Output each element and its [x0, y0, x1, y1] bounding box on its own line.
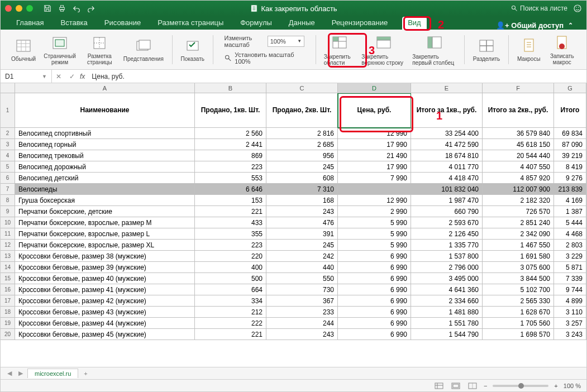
cell[interactable]: 5 990	[338, 228, 411, 240]
cell[interactable]: 4 418 470	[411, 173, 483, 184]
cell[interactable]: 367	[266, 295, 338, 307]
cell[interactable]: Кроссовки беговые, размер 45 (мужские)	[15, 329, 195, 340]
fx-icon[interactable]: fx	[80, 73, 85, 80]
cell[interactable]: 243	[266, 206, 338, 217]
cell[interactable]: 213 839	[554, 184, 586, 195]
name-box[interactable]: D1▼	[1, 70, 52, 83]
cell[interactable]: 6 990	[338, 307, 411, 318]
cell[interactable]: 956	[266, 150, 338, 161]
cell[interactable]: 221	[195, 206, 266, 217]
cell[interactable]: 2 334 660	[411, 295, 483, 307]
share-button[interactable]: 👤+ Общий доступ	[496, 21, 564, 30]
cell[interactable]: Кроссовки беговые, размер 40 (мужские)	[15, 273, 195, 284]
cell[interactable]: 45 618 150	[483, 139, 554, 150]
cell[interactable]: 3 243	[554, 329, 586, 340]
add-sheet-button[interactable]: +	[80, 369, 90, 379]
cell[interactable]: 2 796 000	[411, 262, 483, 273]
freeze-panes-button[interactable]: Закрепить области	[322, 32, 357, 67]
cell[interactable]: 5 990	[338, 240, 411, 251]
row-header[interactable]: 18	[1, 307, 15, 318]
cell[interactable]: 39 219	[554, 150, 586, 161]
zoom-select[interactable]: 100%▼	[268, 36, 305, 47]
tab-insert[interactable]: Вставка	[58, 17, 89, 30]
cell[interactable]: 3 229	[554, 251, 586, 262]
row-header[interactable]: 20	[1, 329, 15, 340]
row-header[interactable]: 4	[1, 150, 15, 161]
collapse-ribbon-button[interactable]: ⌃	[568, 22, 573, 29]
cell[interactable]: Итого за 2кв., руб.	[483, 93, 554, 128]
row-header[interactable]: 11	[1, 228, 15, 240]
cell[interactable]: 3 844 500	[483, 273, 554, 284]
cell[interactable]: 664	[195, 284, 266, 295]
cell[interactable]: Итого	[554, 93, 586, 128]
page-layout-view-icon[interactable]	[450, 381, 461, 390]
cell[interactable]: Кроссовки беговые, размер 43 (мужские)	[15, 307, 195, 318]
cell[interactable]: Перчатки боксерские, детские	[15, 206, 195, 217]
cell[interactable]: 2 560	[195, 128, 266, 139]
cell[interactable]: 245	[266, 161, 338, 173]
row-header[interactable]: 16	[1, 284, 15, 295]
tab-review[interactable]: Рецензирование	[330, 17, 390, 30]
cell[interactable]: 433	[195, 217, 266, 228]
cell[interactable]: 4 011 770	[411, 161, 483, 173]
sheet-nav-next[interactable]: ▶	[16, 370, 25, 377]
formula-input[interactable]: Цена, руб.	[88, 73, 124, 80]
save-button[interactable]	[43, 4, 52, 13]
smiley-icon[interactable]	[573, 4, 582, 13]
cell[interactable]: 2 182 320	[483, 195, 554, 206]
cell[interactable]: 6 990	[338, 284, 411, 295]
cell[interactable]: 112 007 900	[483, 184, 554, 195]
cell[interactable]: 6 646	[195, 184, 266, 195]
cell[interactable]: Велосипед трековый	[15, 150, 195, 161]
page-break-view-icon[interactable]	[467, 381, 478, 390]
show-dropdown[interactable]: Показать	[178, 37, 207, 62]
cell[interactable]: 1 537 800	[411, 251, 483, 262]
view-page-break-button[interactable]: Разметка страницы	[81, 34, 118, 65]
cell[interactable]: 3 110	[554, 307, 586, 318]
cell-d1[interactable]: Цена, руб.	[338, 93, 411, 128]
zoom-100-button[interactable]: Установить масштаб 100%	[225, 51, 305, 65]
row-header[interactable]: 3	[1, 139, 15, 150]
row-header[interactable]: 6	[1, 173, 15, 184]
cell[interactable]: 1 628 670	[483, 307, 554, 318]
cell[interactable]: 3 075 600	[483, 262, 554, 273]
cell[interactable]: 5 990	[338, 217, 411, 228]
cell[interactable]: Велосипед детский	[15, 173, 195, 184]
redo-button[interactable]	[87, 4, 96, 13]
cancel-formula-button[interactable]: ✕	[52, 73, 65, 80]
cell[interactable]: Велосипед спортивный	[15, 128, 195, 139]
cell[interactable]: 168	[266, 195, 338, 206]
cell[interactable]: 660 790	[411, 206, 483, 217]
cell[interactable]: 6 990	[338, 273, 411, 284]
cell[interactable]: 212	[195, 307, 266, 318]
cell[interactable]: 1 987 470	[411, 195, 483, 206]
col-header-d[interactable]: D	[338, 83, 411, 93]
cell[interactable]: 1 698 570	[483, 329, 554, 340]
cell[interactable]: 220	[195, 251, 266, 262]
cell[interactable]	[338, 184, 411, 195]
cell[interactable]: 6 990	[338, 251, 411, 262]
cell[interactable]: Кроссовки беговые, размер 39 (мужские)	[15, 262, 195, 273]
cell[interactable]: 9 276	[554, 173, 586, 184]
tab-formulas[interactable]: Формулы	[238, 17, 274, 30]
cell[interactable]: Кроссовки беговые, размер 41 (мужские)	[15, 284, 195, 295]
cell[interactable]: 4 899	[554, 295, 586, 307]
cell[interactable]: 2 851 240	[483, 217, 554, 228]
cell[interactable]: 4 641 360	[411, 284, 483, 295]
cell[interactable]: 6 990	[338, 318, 411, 329]
cell[interactable]: 5 444	[554, 217, 586, 228]
cell[interactable]: 9 744	[554, 284, 586, 295]
cell[interactable]: 1 387	[554, 206, 586, 217]
freeze-top-row-button[interactable]: Закрепить верхнюю строку	[359, 32, 408, 67]
view-page-layout-button[interactable]: Страничный режим	[41, 34, 79, 65]
cell[interactable]: 223	[195, 240, 266, 251]
cell[interactable]: 334	[195, 295, 266, 307]
row-header[interactable]: 15	[1, 273, 15, 284]
cell[interactable]: 12 990	[338, 195, 411, 206]
cell[interactable]: 7 990	[338, 173, 411, 184]
col-header-f[interactable]: F	[483, 83, 554, 93]
cell[interactable]: 608	[266, 173, 338, 184]
undo-button[interactable]	[72, 4, 81, 13]
col-header-a[interactable]: A	[15, 83, 195, 93]
cell[interactable]: 1 551 780	[411, 318, 483, 329]
